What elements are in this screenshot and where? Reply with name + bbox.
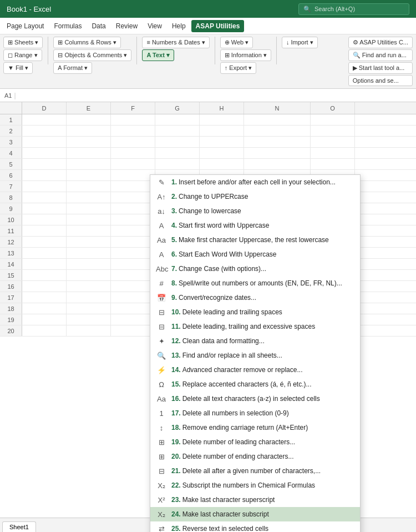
- separator-4: [276, 37, 277, 64]
- dropdown-item-3[interactable]: a↓ 3.Change to lowercase: [150, 204, 360, 218]
- dropdown-item-24[interactable]: X₂ 24.Make last character subscript: [150, 507, 360, 521]
- import-btn[interactable]: ↓ Import ▾: [282, 37, 318, 48]
- dropdown-item-8[interactable]: # 8.Spell/write out numbers or amounts (…: [150, 276, 360, 290]
- dropdown-item-4[interactable]: A 4.Start first word with Uppercase: [150, 218, 360, 233]
- separator-3: [215, 37, 215, 64]
- dropdown-item-14[interactable]: ⚡ 14.Advanced character remove or replac…: [150, 363, 360, 377]
- dropdown-label-24: 24.Make last character subscript: [171, 510, 354, 518]
- dropdown-item-17[interactable]: 1 17.Delete all numbers in selection (0-…: [150, 406, 360, 420]
- ribbon-group-columns: ⊞ Columns & Rows ▾ ⊟ Objects & Comments …: [53, 37, 131, 74]
- dropdown-item-19[interactable]: ⊞ 19.Delete number of leading characters…: [150, 435, 360, 449]
- dropdown-item-2[interactable]: A↑ 2.Change to UPPERcase: [150, 189, 360, 204]
- text-btn[interactable]: A Text ▾: [142, 49, 174, 61]
- search-placeholder: Search (Alt+Q): [314, 6, 355, 12]
- dropdown-item-7[interactable]: Abc 7.Change Case (with options)...: [150, 262, 360, 276]
- dropdown-item-1[interactable]: ✎ 1.Insert before and/or after each cell…: [150, 175, 360, 189]
- menu-item-help[interactable]: Help: [168, 20, 190, 32]
- ribbon-group-sheets: ⊞ Sheets ▾ ◻ Range ▾ ▼ Fill ▾: [3, 37, 43, 74]
- dropdown-label-19: 19.Delete number of leading characters..…: [171, 438, 354, 446]
- search-icon: 🔍: [303, 6, 311, 13]
- dropdown-label-23: 23.Make last character superscript: [171, 496, 354, 504]
- separator-2: [136, 37, 137, 64]
- dropdown-item-9[interactable]: 📅 9.Convert/recognize dates...: [150, 290, 360, 305]
- dropdown-label-6: 6.Start Each Word With Uppercase: [171, 250, 354, 258]
- menu-item-page-layout[interactable]: Page Layout: [2, 20, 48, 32]
- export-btn[interactable]: ↑ Export ▾: [220, 62, 256, 74]
- menu-item-asap-utilities[interactable]: ASAP Utilities: [191, 20, 245, 32]
- options-btn[interactable]: Options and se...: [348, 75, 413, 86]
- col-header-h: H: [200, 102, 244, 114]
- dropdown-icon-3: a↓: [156, 207, 167, 215]
- columns-rows-btn[interactable]: ⊞ Columns & Rows ▾: [53, 37, 120, 48]
- dropdown-label-8: 8.Spell/write out numbers or amounts (EN…: [171, 279, 354, 287]
- dropdown-item-22[interactable]: X₂ 22.Subscript the numbers in Chemical …: [150, 478, 360, 493]
- dropdown-item-23[interactable]: X² 23.Make last character superscript: [150, 493, 360, 507]
- dropdown-icon-22: X₂: [156, 481, 167, 490]
- dropdown-icon-17: 1: [156, 409, 167, 418]
- dropdown-icon-23: X²: [156, 496, 167, 504]
- dropdown-label-14: 14.Advanced character remove or replace.…: [171, 366, 354, 374]
- app-title: Book1 - Excel: [7, 5, 298, 13]
- sheets-btn[interactable]: ⊞ Sheets ▾: [3, 37, 43, 48]
- col-header-g: G: [155, 102, 200, 114]
- dropdown-icon-24: X₂: [156, 510, 167, 519]
- search-box[interactable]: 🔍 Search (Alt+Q): [298, 3, 409, 15]
- ribbon-right-group: ⚙ ASAP Utilities C... 🔍 Find and run a..…: [348, 37, 413, 86]
- dropdown-label-10: 10.Delete leading and trailing spaces: [171, 308, 354, 316]
- dropdown-label-13: 13.Find and/or replace in all sheets...: [171, 352, 354, 359]
- dropdown-icon-2: A↑: [156, 193, 167, 201]
- dropdown-item-20[interactable]: ⊞ 20.Delete number of ending characters.…: [150, 449, 360, 464]
- dropdown-label-12: 12.Clean data and formatting...: [171, 337, 354, 345]
- cell-ref: A1: [4, 92, 12, 99]
- sheet-tab-1[interactable]: Sheet1: [2, 521, 36, 532]
- table-row: 1: [0, 114, 416, 126]
- dropdown-label-9: 9.Convert/recognize dates...: [171, 294, 354, 302]
- fill-btn[interactable]: ▼ Fill ▾: [3, 62, 33, 74]
- dropdown-label-7: 7.Change Case (with options)...: [171, 265, 354, 273]
- dropdown-label-1: 1.Insert before and/or after each cell i…: [171, 178, 354, 186]
- col-header-d: D: [22, 102, 67, 114]
- dropdown-item-16[interactable]: Aa 16.Delete all text characters (a-z) i…: [150, 392, 360, 406]
- ribbon-group-import: ↓ Import ▾: [282, 37, 318, 48]
- formula-separator: |: [14, 92, 16, 99]
- dropdown-icon-1: ✎: [156, 178, 167, 187]
- dropdown-icon-18: ↕: [156, 424, 167, 432]
- ribbon-group-text: ≡ Numbers & Dates ▾ A Text ▾: [142, 37, 209, 61]
- dropdown-icon-19: ⊞: [156, 438, 167, 446]
- dropdown-icon-5: Aa: [156, 236, 167, 244]
- dropdown-item-12[interactable]: ✦ 12.Clean data and formatting...: [150, 334, 360, 348]
- dropdown-item-18[interactable]: ↕ 18.Remove ending carriage return (Alt+…: [150, 420, 360, 435]
- dropdown-label-3: 3.Change to lowercase: [171, 207, 354, 215]
- dropdown-icon-8: #: [156, 279, 167, 288]
- dropdown-label-5: 5.Make first character Uppercase, the re…: [171, 236, 354, 244]
- col-header-e: E: [67, 102, 111, 114]
- dropdown-item-11[interactable]: ⊟ 11.Delete leading, trailing and excess…: [150, 319, 360, 334]
- menu-item-formulas[interactable]: Formulas: [49, 20, 86, 32]
- table-row: 3: [0, 137, 416, 148]
- dropdown-item-10[interactable]: ⊟ 10.Delete leading and trailing spaces: [150, 305, 360, 319]
- dropdown-item-13[interactable]: 🔍 13.Find and/or replace in all sheets..…: [150, 348, 360, 363]
- find-run-btn[interactable]: 🔍 Find and run a...: [348, 49, 413, 61]
- web-btn[interactable]: ⊕ Web ▾: [220, 37, 253, 48]
- format-btn[interactable]: A Format ▾: [53, 62, 92, 74]
- menu-item-view[interactable]: View: [143, 20, 166, 32]
- menu-item-review[interactable]: Review: [111, 20, 142, 32]
- menu-item-data[interactable]: Data: [87, 20, 110, 32]
- dropdown-item-5[interactable]: Aa 5.Make first character Uppercase, the…: [150, 233, 360, 247]
- dropdown-item-15[interactable]: Ω 15.Replace accented characters (á, é, …: [150, 377, 360, 392]
- objects-comments-btn[interactable]: ⊟ Objects & Comments ▾: [53, 49, 131, 61]
- formula-input[interactable]: [18, 92, 412, 99]
- dropdown-item-25[interactable]: ⇄ 25.Reverse text in selected cells: [150, 521, 360, 532]
- dropdown-label-15: 15.Replace accented characters (á, é, ñ …: [171, 380, 354, 388]
- information-btn[interactable]: ⊞ Information ▾: [220, 49, 271, 61]
- dropdown-item-21[interactable]: ⊟ 21.Delete all after a given number of …: [150, 464, 360, 478]
- col-header-o: O: [311, 102, 355, 114]
- numbers-dates-btn[interactable]: ≡ Numbers & Dates ▾: [142, 37, 209, 48]
- start-last-tool-btn[interactable]: ▶ Start last tool a...: [348, 62, 413, 74]
- range-btn[interactable]: ◻ Range ▾: [3, 49, 42, 61]
- dropdown-icon-25: ⇄: [156, 525, 167, 533]
- dropdown-icon-21: ⊟: [156, 467, 167, 475]
- dropdown-item-6[interactable]: A 6.Start Each Word With Uppercase: [150, 247, 360, 262]
- ribbon: ⊞ Sheets ▾ ◻ Range ▾ ▼ Fill ▾ ⊞ Columns …: [0, 34, 416, 89]
- asap-utilities-config-btn[interactable]: ⚙ ASAP Utilities C...: [348, 37, 413, 48]
